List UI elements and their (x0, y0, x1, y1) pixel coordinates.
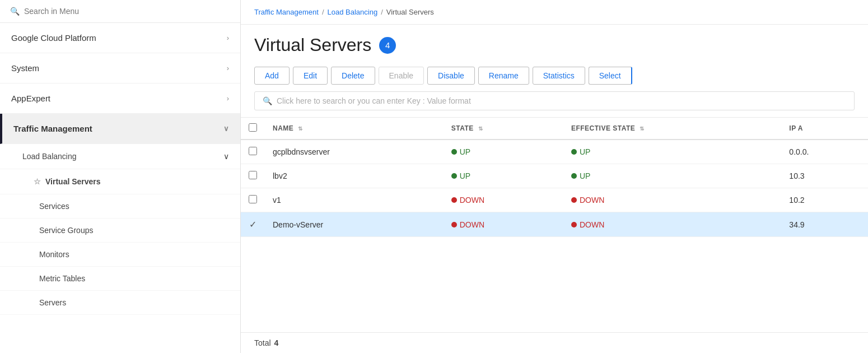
table-row[interactable]: gcplbdnsvserver UP UP 0.0.0. (241, 140, 868, 164)
sidebar-item-metric-tables[interactable]: Metric Tables (0, 267, 240, 291)
cell-name: gcplbdnsvserver (265, 140, 444, 164)
cell-effective-state: UP (563, 164, 781, 188)
sidebar-item-google-cloud[interactable]: Google Cloud Platform › (0, 23, 240, 53)
header-ip: IP A (781, 118, 868, 140)
sidebar-item-services[interactable]: Services (0, 194, 240, 219)
sidebar-subitem-label: Services (39, 202, 69, 211)
chevron-right-icon: › (227, 34, 229, 42)
table-container: NAME ⇅ STATE ⇅ EFFECTIVE STATE ⇅ IP A (241, 117, 868, 332)
row-checkbox-cell (241, 164, 265, 188)
cell-name: lbv2 (265, 164, 444, 188)
sidebar-item-service-groups[interactable]: Service Groups (0, 219, 240, 243)
add-button[interactable]: Add (254, 67, 290, 85)
sidebar-item-appexpert[interactable]: AppExpert › (0, 83, 240, 114)
count-badge: 4 (379, 37, 396, 54)
sidebar-subitem-label: Servers (39, 298, 66, 307)
cell-state: DOWN (444, 212, 563, 237)
sidebar-item-traffic-management[interactable]: Traffic Management ∨ (0, 114, 240, 144)
header-state[interactable]: STATE ⇅ (444, 118, 563, 140)
effective-state-label: UP (580, 171, 590, 180)
sidebar-item-system[interactable]: System › (0, 53, 240, 83)
sidebar-subitem-label: Metric Tables (39, 274, 85, 283)
cell-ip: 10.3 (781, 164, 868, 188)
state-label: UP (460, 171, 470, 180)
sort-icon: ⇅ (640, 126, 645, 132)
sidebar-subitem-label: Load Balancing (22, 152, 77, 161)
sidebar-item-label: Traffic Management (13, 124, 92, 133)
sidebar-item-servers[interactable]: Servers (0, 291, 240, 315)
sort-icon: ⇅ (478, 126, 483, 132)
breadcrumb-link-traffic-management[interactable]: Traffic Management (254, 8, 319, 16)
sidebar: 🔍 Google Cloud Platform › System › AppEx… (0, 0, 241, 353)
total-row: Total 4 (241, 332, 868, 353)
delete-button[interactable]: Delete (331, 67, 375, 85)
sidebar-search[interactable]: 🔍 (0, 0, 240, 23)
state-label: DOWN (460, 196, 484, 205)
cell-state: UP (444, 140, 563, 164)
row-checkbox-cell: ✓ (241, 212, 265, 237)
header-checkbox-cell (241, 118, 265, 140)
page-title: Virtual Servers (254, 35, 371, 55)
main-content: Traffic Management / Load Balancing / Vi… (241, 0, 868, 353)
table-row[interactable]: lbv2 UP UP 10.3 (241, 164, 868, 188)
down-dot (571, 197, 577, 203)
table-search-bar[interactable]: 🔍 Click here to search or you can enter … (254, 91, 855, 110)
down-dot (451, 197, 457, 203)
sidebar-subitem-label: Monitors (39, 250, 69, 259)
page-header: Virtual Servers 4 (241, 25, 868, 62)
sidebar-subitem-label: Service Groups (39, 226, 93, 235)
select-button[interactable]: Select (589, 67, 632, 85)
state-label: UP (460, 147, 470, 156)
down-dot (451, 222, 457, 227)
toolbar: Add Edit Delete Enable Disable Rename St… (241, 62, 868, 89)
breadcrumb: Traffic Management / Load Balancing / Vi… (241, 0, 868, 25)
sidebar-item-label: AppExpert (11, 94, 50, 103)
search-input[interactable] (24, 7, 230, 16)
table-body: gcplbdnsvserver UP UP 0.0.0. lbv2 UP (241, 140, 868, 237)
search-placeholder: Click here to search or you can enter Ke… (277, 96, 471, 105)
cell-effective-state: DOWN (563, 188, 781, 212)
header-effective-state[interactable]: EFFECTIVE STATE ⇅ (563, 118, 781, 140)
up-dot (571, 149, 577, 155)
effective-state-label: UP (580, 147, 590, 156)
chevron-down-icon: ∨ (223, 124, 229, 133)
edit-button[interactable]: Edit (293, 67, 328, 85)
cell-name: Demo-vServer (265, 212, 444, 237)
chevron-right-icon: › (227, 94, 229, 103)
cell-state: DOWN (444, 188, 563, 212)
breadcrumb-separator: / (322, 8, 324, 16)
enable-button[interactable]: Enable (379, 67, 424, 85)
breadcrumb-link-load-balancing[interactable]: Load Balancing (328, 8, 378, 16)
statistics-button[interactable]: Statistics (533, 67, 585, 85)
effective-state-label: DOWN (580, 196, 604, 205)
up-dot (451, 173, 457, 179)
sidebar-item-label: Google Cloud Platform (11, 33, 96, 43)
table-row[interactable]: v1 DOWN DOWN 10.2 (241, 188, 868, 212)
sidebar-subitem-label: Virtual Servers (45, 177, 101, 186)
rename-button[interactable]: Rename (478, 67, 529, 85)
cell-effective-state: DOWN (563, 212, 781, 237)
table-row[interactable]: ✓ Demo-vServer DOWN DOWN 34.9 (241, 212, 868, 237)
sidebar-item-load-balancing[interactable]: Load Balancing ∨ (0, 144, 240, 169)
disable-button[interactable]: Disable (427, 67, 475, 85)
breadcrumb-separator: / (381, 8, 383, 16)
search-icon: 🔍 (10, 7, 20, 16)
star-icon: ☆ (34, 177, 41, 186)
sidebar-item-label: System (11, 63, 39, 73)
state-label: DOWN (460, 220, 484, 229)
row-checkbox[interactable] (249, 195, 257, 203)
row-checkbox[interactable] (249, 171, 257, 179)
breadcrumb-current: Virtual Servers (386, 8, 434, 16)
cell-state: UP (444, 164, 563, 188)
checked-icon: ✓ (249, 220, 256, 229)
total-count: 4 (274, 338, 279, 347)
cell-ip: 34.9 (781, 212, 868, 237)
row-checkbox[interactable] (249, 147, 257, 155)
select-all-checkbox[interactable] (249, 123, 257, 132)
up-dot (571, 173, 577, 179)
row-checkbox-cell (241, 188, 265, 212)
sidebar-item-virtual-servers[interactable]: ☆ Virtual Servers (0, 169, 240, 194)
sidebar-item-monitors[interactable]: Monitors (0, 243, 240, 267)
total-label: Total (254, 338, 271, 347)
header-name[interactable]: NAME ⇅ (265, 118, 444, 140)
